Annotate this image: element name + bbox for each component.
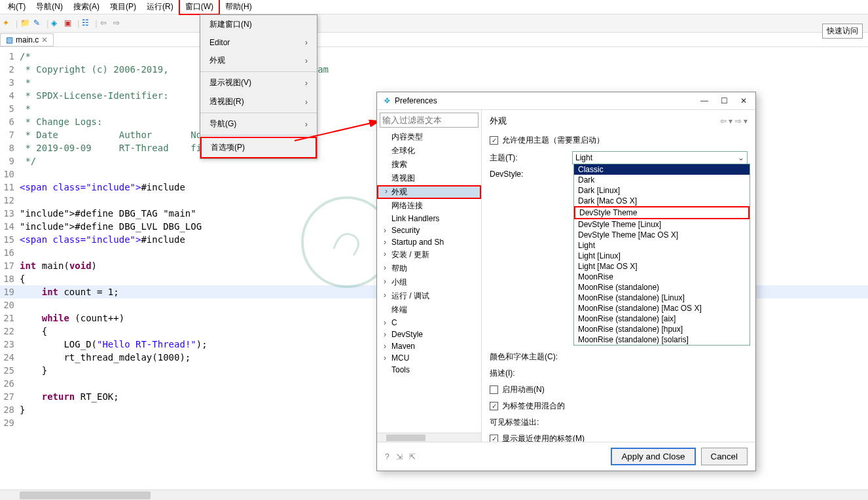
allow-theme-checkbox[interactable] [490,136,498,145]
enable-anim-checkbox[interactable] [490,385,498,394]
theme-option[interactable]: Dark [Linux] [574,185,750,196]
editor-scrollbar[interactable] [0,490,868,500]
tree-item[interactable]: 外观 [377,185,481,199]
menu-item[interactable]: 首选项(P) [200,137,317,158]
mixed-labels-checkbox[interactable] [490,402,498,410]
toolbar: ✦ | 📁 ✎ | ◈ ▣ | ☷ | ⇦ ⇨ [0,14,868,33]
menu-refactor[interactable]: 构(T) [3,0,31,14]
menu-item[interactable]: 显示视图(V) [200,73,317,92]
tree-item[interactable]: 终端 [377,303,481,317]
help-icon[interactable]: ? [385,452,389,461]
theme-option[interactable]: MoonRise (standalone) [Mac OS X] [574,303,750,313]
theme-option[interactable]: Dark [Mac OS X] [574,196,750,206]
theme-dropdown-list[interactable]: ClassicDarkDark [Linux]Dark [Mac OS X]De… [573,164,750,346]
menu-window[interactable]: 窗口(W) [179,0,220,15]
tree-item[interactable]: 内容类型 [377,130,481,144]
theme-option[interactable]: DevStyle Theme [574,206,750,219]
close-icon[interactable]: ✕ [738,96,749,105]
chevron-down-icon: ⌄ [738,153,744,162]
list-icon[interactable]: ☷ [82,18,92,29]
box-icon[interactable]: ▣ [64,18,75,29]
tree-item[interactable]: C [377,317,481,329]
tree-scrollbar[interactable] [377,433,481,442]
maximize-icon[interactable]: ☐ [719,96,729,105]
apply-close-button[interactable]: Apply and Close [611,448,695,465]
allow-theme-label: 允许使用主题（需要重启动） [502,135,604,146]
folder-icon[interactable]: 📁 [20,18,31,29]
visible-overflow-label: 可见标签溢出: [490,417,568,428]
quick-access[interactable]: 快速访问 [822,24,863,39]
tree-item[interactable]: 安装 / 更新 [377,248,481,262]
tree-item[interactable]: 运行 / 调试 [377,289,481,303]
dialog-titlebar: ❖ Preferences — ☐ ✕ [377,92,755,110]
theme-option[interactable]: MoonRise [574,272,750,282]
theme-option[interactable]: Classic [574,164,750,175]
dialog-title: Preferences [395,96,437,105]
import-icon[interactable]: ⇲ [396,452,403,461]
forward-icon[interactable]: ⇨ [113,18,124,29]
tree-item[interactable]: Security [377,224,481,236]
torch-icon[interactable]: ✦ [3,18,13,29]
theme-option[interactable]: Light [Mac OS X] [574,261,750,272]
editor-tab[interactable]: ▧ main.c ✕ [0,33,54,46]
nav-arrows[interactable]: ⇦ ▾ ⇨ ▾ [720,116,748,126]
theme-option[interactable]: Light [574,240,750,251]
tree-item[interactable]: MCU [377,352,481,364]
filter-input[interactable] [380,113,479,128]
theme-option[interactable]: DevStyle Theme [Linux] [574,219,750,230]
menu-item[interactable]: 外观 [200,51,317,70]
code-line[interactable]: 1/* [0,50,868,63]
theme-select[interactable]: Light⌄ [572,151,748,164]
mixed-labels-label: 为标签使用混合的 [502,401,565,412]
diamond-icon[interactable]: ◈ [51,18,62,29]
tree-item[interactable]: DevStyle [377,329,481,340]
menu-item[interactable]: Editor [200,34,317,51]
menubar: 构(T) 导航(N) 搜索(A) 项目(P) 运行(R) 窗口(W) 帮助(H) [0,0,868,14]
tree-item[interactable]: Startup and Sh [377,236,481,248]
menu-item[interactable]: 新建窗口(N) [200,15,317,34]
preferences-sidebar: 内容类型全球化搜索透视图外观网络连接Link HandlersSecurityS… [377,110,482,442]
menu-project[interactable]: 项目(P) [105,0,141,14]
edit-icon[interactable]: ✎ [33,18,44,29]
tree-item[interactable]: 帮助 [377,262,481,276]
show-recent-label: 显示最近使用的标签(M) [502,433,585,442]
theme-option[interactable]: MoonRise (standalone) [solaris] [574,334,750,345]
theme-option[interactable]: Light [Linux] [574,251,750,261]
theme-option[interactable]: DevStyle Theme [Mac OS X] [574,230,750,240]
theme-option[interactable]: MoonRise (standalone) [574,282,750,293]
tree-item[interactable]: 小组 [377,276,481,289]
tree-item[interactable]: Link Handlers [377,213,481,224]
export-icon[interactable]: ⇱ [409,452,416,461]
tree-item[interactable]: 网络连接 [377,199,481,213]
close-icon[interactable]: ✕ [41,35,48,45]
editor-tab-bar: ▧ main.c ✕ [0,33,868,47]
back-icon[interactable]: ⇦ [100,18,111,29]
menu-search[interactable]: 搜索(A) [68,0,105,14]
code-line[interactable]: 2 * Copyright (c) 2006-2019, nent Team [0,63,868,76]
tree-item[interactable]: 全球化 [377,144,481,158]
menu-navigate[interactable]: 导航(N) [31,0,68,14]
tree-item[interactable]: Tools [377,364,481,376]
tree-item[interactable]: 透视图 [377,171,481,185]
show-recent-checkbox[interactable] [490,435,498,442]
preferences-tree[interactable]: 内容类型全球化搜索透视图外观网络连接Link HandlersSecurityS… [377,130,481,433]
theme-option[interactable]: MoonRise (standalone) [hpux] [574,324,750,334]
content-title: 外观 [490,115,507,127]
theme-option[interactable]: Dark [574,175,750,185]
theme-option[interactable]: MoonRise (standalone) [Linux] [574,293,750,303]
menu-item[interactable]: 透视图(R) [200,92,317,111]
theme-option[interactable]: MoonRise (standalone) [aix] [574,313,750,324]
color-font-label: 颜色和字体主题(C): [490,351,568,363]
window-dropdown: 新建窗口(N)Editor外观显示视图(V)透视图(R)导航(G)首选项(P) [200,14,317,159]
cancel-button[interactable]: Cancel [701,448,748,465]
tree-item[interactable]: Maven [377,340,481,352]
code-line[interactable]: 3 * [0,76,868,89]
menu-item[interactable]: 导航(G) [200,115,317,134]
preferences-dialog: ❖ Preferences — ☐ ✕ 内容类型全球化搜索透视图外观网络连接Li… [376,92,756,471]
tree-item[interactable]: 搜索 [377,158,481,171]
desc-label: 描述(I): [490,368,568,379]
menu-help[interactable]: 帮助(H) [220,0,257,14]
menu-run[interactable]: 运行(R) [141,0,179,14]
tab-label: main.c [16,35,39,45]
minimize-icon[interactable]: — [699,96,710,105]
